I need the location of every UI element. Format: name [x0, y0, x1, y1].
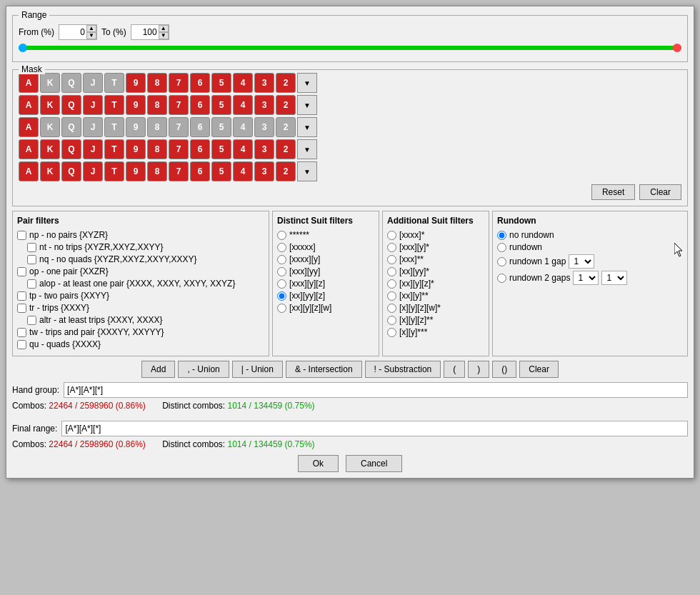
mask-card-r3-c2[interactable]: Q [61, 139, 81, 159]
intersect-button[interactable]: & - Intersection [286, 361, 362, 378]
mask-row-dropdown-4[interactable]: ▼ [297, 161, 317, 181]
distinct-radio-0[interactable] [277, 231, 286, 240]
mask-card-r3-c0[interactable]: A [19, 139, 39, 159]
mask-card-r2-c5[interactable]: 9 [126, 117, 146, 137]
slider-thumb-left[interactable] [19, 44, 27, 52]
open-paren-button[interactable]: ( [444, 361, 465, 378]
mask-card-r0-c5[interactable]: 9 [126, 73, 146, 93]
ok-button[interactable]: Ok [298, 455, 339, 472]
from-input[interactable] [59, 25, 86, 39]
mask-card-r1-c12[interactable]: 2 [276, 95, 296, 115]
rundown-gap2b-select[interactable]: 1234 [601, 271, 627, 285]
clear-action-button[interactable]: Clear [519, 361, 559, 378]
additional-radio-4[interactable] [387, 279, 396, 289]
mask-card-r2-c1[interactable]: K [40, 117, 60, 137]
distinct-radio-5[interactable] [277, 291, 286, 301]
mask-card-r4-c6[interactable]: 8 [147, 161, 167, 181]
mask-card-r4-c3[interactable]: J [83, 161, 103, 181]
additional-radio-1[interactable] [387, 243, 396, 252]
pipe-union-button[interactable]: | - Union [232, 361, 283, 378]
to-input[interactable] [131, 25, 159, 39]
distinct-radio-4[interactable] [277, 279, 286, 289]
mask-card-r1-c10[interactable]: 4 [233, 95, 253, 115]
empty-paren-button[interactable]: () [492, 361, 516, 378]
mask-card-r4-c10[interactable]: 4 [233, 161, 253, 181]
mask-card-r2-c2[interactable]: Q [61, 117, 81, 137]
mask-card-r2-c0[interactable]: A [19, 117, 39, 137]
mask-card-r0-c11[interactable]: 3 [254, 73, 274, 93]
rundown-radio-0[interactable] [497, 231, 506, 240]
mask-row-dropdown-3[interactable]: ▼ [297, 139, 317, 159]
cancel-button[interactable]: Cancel [346, 455, 402, 472]
pair-checkbox-3[interactable] [17, 267, 26, 276]
pair-checkbox-9[interactable] [17, 340, 26, 349]
mask-row-dropdown-0[interactable]: ▼ [297, 73, 317, 93]
mask-card-r4-c12[interactable]: 2 [276, 161, 296, 181]
mask-card-r1-c0[interactable]: A [19, 95, 39, 115]
mask-card-r3-c10[interactable]: 4 [233, 139, 253, 159]
mask-card-r3-c12[interactable]: 2 [276, 139, 296, 159]
additional-radio-2[interactable] [387, 255, 396, 264]
additional-radio-7[interactable] [387, 316, 396, 325]
mask-card-r0-c6[interactable]: 8 [147, 73, 167, 93]
mask-card-r4-c8[interactable]: 6 [190, 161, 210, 181]
mask-card-r0-c2[interactable]: Q [61, 73, 81, 93]
mask-card-r3-c6[interactable]: 8 [147, 139, 167, 159]
additional-radio-8[interactable] [387, 328, 396, 337]
from-up-btn[interactable]: ▲ [86, 25, 96, 32]
mask-card-r2-c3[interactable]: J [83, 117, 103, 137]
mask-card-r1-c11[interactable]: 3 [254, 95, 274, 115]
comma-union-button[interactable]: , - Union [178, 361, 229, 378]
mask-card-r0-c0[interactable]: A [19, 73, 39, 93]
pair-checkbox-2[interactable] [27, 255, 36, 264]
to-down-btn[interactable]: ▼ [159, 32, 169, 39]
mask-card-r2-c6[interactable]: 8 [147, 117, 167, 137]
range-slider[interactable] [19, 46, 681, 50]
mask-card-r0-c10[interactable]: 4 [233, 73, 253, 93]
pair-checkbox-8[interactable] [17, 328, 26, 337]
additional-radio-6[interactable] [387, 304, 396, 313]
mask-card-r1-c3[interactable]: J [83, 95, 103, 115]
mask-card-r2-c11[interactable]: 3 [254, 117, 274, 137]
from-down-btn[interactable]: ▼ [86, 32, 96, 39]
mask-card-r3-c7[interactable]: 7 [169, 139, 189, 159]
mask-card-r2-c10[interactable]: 4 [233, 117, 253, 137]
mask-card-r0-c3[interactable]: J [83, 73, 103, 93]
mask-card-r1-c2[interactable]: Q [61, 95, 81, 115]
rundown-gap2a-select[interactable]: 1234 [573, 271, 599, 285]
additional-radio-5[interactable] [387, 291, 396, 301]
additional-radio-3[interactable] [387, 267, 396, 276]
distinct-radio-2[interactable] [277, 255, 286, 264]
mask-card-r2-c7[interactable]: 7 [169, 117, 189, 137]
mask-card-r4-c4[interactable]: T [104, 161, 124, 181]
mask-card-r1-c8[interactable]: 6 [190, 95, 210, 115]
mask-row-dropdown-1[interactable]: ▼ [297, 95, 317, 115]
mask-card-r4-c5[interactable]: 9 [126, 161, 146, 181]
mask-card-r1-c6[interactable]: 8 [147, 95, 167, 115]
slider-thumb-right[interactable] [673, 44, 681, 52]
pair-checkbox-1[interactable] [27, 243, 36, 252]
mask-card-r1-c7[interactable]: 7 [169, 95, 189, 115]
mask-card-r3-c11[interactable]: 3 [254, 139, 274, 159]
mask-card-r1-c1[interactable]: K [40, 95, 60, 115]
to-up-btn[interactable]: ▲ [159, 25, 169, 32]
mask-card-r0-c8[interactable]: 6 [190, 73, 210, 93]
hand-group-input[interactable] [64, 382, 688, 398]
mask-card-r3-c8[interactable]: 6 [190, 139, 210, 159]
mask-card-r4-c9[interactable]: 5 [211, 161, 231, 181]
mask-card-r4-c0[interactable]: A [19, 161, 39, 181]
rundown-radio-2[interactable] [497, 257, 506, 266]
pair-checkbox-6[interactable] [17, 304, 26, 313]
mask-card-r2-c4[interactable]: T [104, 117, 124, 137]
add-button[interactable]: Add [141, 361, 175, 378]
mask-card-r2-c12[interactable]: 2 [276, 117, 296, 137]
distinct-radio-6[interactable] [277, 304, 286, 313]
additional-radio-0[interactable] [387, 231, 396, 240]
pair-checkbox-0[interactable] [17, 231, 26, 240]
mask-card-r4-c11[interactable]: 3 [254, 161, 274, 181]
rundown-gap1-select[interactable]: 1234 [569, 254, 594, 269]
mask-card-r0-c7[interactable]: 7 [169, 73, 189, 93]
distinct-radio-3[interactable] [277, 267, 286, 276]
pair-checkbox-4[interactable] [27, 279, 36, 289]
mask-card-r2-c9[interactable]: 5 [211, 117, 231, 137]
